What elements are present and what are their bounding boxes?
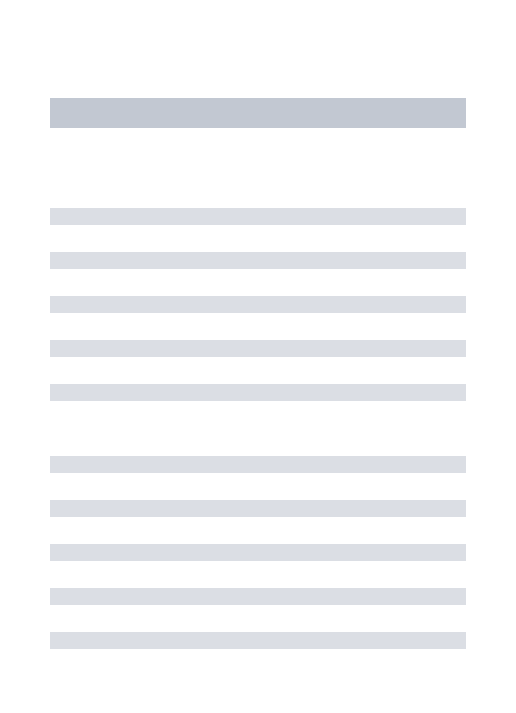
text-line-placeholder (50, 456, 466, 473)
text-line-placeholder (50, 296, 466, 313)
text-line-placeholder (50, 208, 466, 225)
title-placeholder (50, 98, 466, 128)
section-gap (50, 428, 466, 456)
text-line-placeholder (50, 384, 466, 401)
text-line-placeholder (50, 340, 466, 357)
document-page (0, 0, 516, 713)
text-line-placeholder (50, 632, 466, 649)
text-line-placeholder (50, 252, 466, 269)
text-line-placeholder (50, 500, 466, 517)
text-line-placeholder (50, 588, 466, 605)
text-line-placeholder (50, 544, 466, 561)
